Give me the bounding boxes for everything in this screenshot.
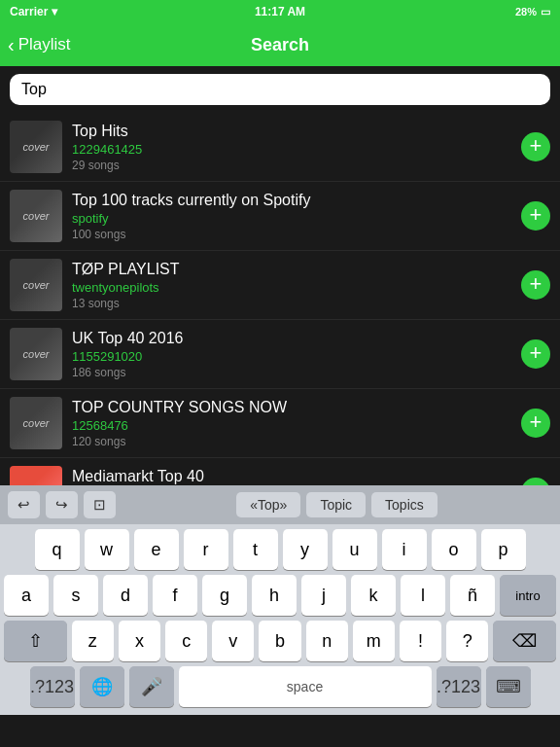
list-item[interactable]: cover Top 100 tracks currently on Spotif… xyxy=(0,182,560,251)
key-g[interactable]: g xyxy=(202,575,247,616)
keyboard-toolbar: ↩ ↪ ⊡ «Top» Topic Topics xyxy=(0,485,560,524)
key-z[interactable]: z xyxy=(72,621,114,661)
num-key-right[interactable]: .?123 xyxy=(437,666,481,707)
key-k[interactable]: k xyxy=(351,575,396,616)
key-l[interactable]: l xyxy=(401,575,445,616)
key-?[interactable]: ? xyxy=(446,621,488,661)
playlist-songs: 186 songs xyxy=(72,366,521,379)
playlist-user: 1229461425 xyxy=(72,142,521,157)
playlist-info: TØP PLAYLIST twentyonepilots 13 songs xyxy=(62,261,521,310)
key-w[interactable]: w xyxy=(85,529,129,570)
mic-key[interactable]: 🎤 xyxy=(129,666,174,707)
key-![interactable]: ! xyxy=(400,621,441,661)
key-r[interactable]: r xyxy=(184,529,228,570)
undo-button[interactable]: ↩ xyxy=(8,491,40,518)
key-n[interactable]: n xyxy=(306,621,348,661)
key-f[interactable]: f xyxy=(153,575,197,616)
playlist-name: TOP COUNTRY SONGS NOW xyxy=(72,399,521,416)
playlist-songs: 29 songs xyxy=(72,159,521,172)
cover-label: cover xyxy=(23,348,50,360)
num-key-left[interactable]: .?123 xyxy=(30,666,75,707)
status-right: 28% ▭ xyxy=(515,6,550,18)
battery-icon: ▭ xyxy=(541,6,550,18)
battery-label: 28% xyxy=(515,6,537,18)
playlist-info: Top 100 tracks currently on Spotify spot… xyxy=(62,192,521,241)
key-c[interactable]: c xyxy=(165,621,207,661)
intro-key[interactable]: intro xyxy=(500,575,556,616)
key-p[interactable]: p xyxy=(481,529,526,570)
key-y[interactable]: y xyxy=(283,529,328,570)
key-ñ[interactable]: ñ xyxy=(450,575,495,616)
playlist-user: spotify xyxy=(72,211,521,226)
playlist-user: twentyonepilots xyxy=(72,280,521,295)
key-h[interactable]: h xyxy=(252,575,297,616)
add-button[interactable]: + xyxy=(521,132,550,161)
playlist-user: 12568476 xyxy=(72,418,521,433)
shift-key[interactable]: ⇧ xyxy=(4,621,67,661)
key-x[interactable]: x xyxy=(119,621,160,661)
cover-thumbnail: cover xyxy=(10,190,62,242)
list-item[interactable]: cover TØP PLAYLIST twentyonepilots 13 so… xyxy=(0,251,560,320)
playlist-songs: 13 songs xyxy=(72,297,521,310)
playlist-name: TØP PLAYLIST xyxy=(72,261,521,278)
cover-label: cover xyxy=(23,210,50,222)
add-button[interactable]: + xyxy=(521,478,550,485)
space-key[interactable]: space xyxy=(179,666,432,707)
list-item[interactable]: cover UK Top 40 2016 1155291020 186 song… xyxy=(0,320,560,389)
plus-icon: + xyxy=(530,273,542,295)
back-label: Playlist xyxy=(18,35,71,54)
redo-button[interactable]: ↪ xyxy=(46,491,78,518)
key-j[interactable]: j xyxy=(301,575,346,616)
add-button[interactable]: + xyxy=(521,409,550,438)
playlist-info: Top Hits 1229461425 29 songs xyxy=(62,123,521,172)
plus-icon: + xyxy=(530,411,542,433)
key-i[interactable]: i xyxy=(382,529,427,570)
carrier-label: Carrier xyxy=(10,5,48,18)
keyboard-bottom-row: .?123 🌐 🎤 space .?123 ⌨ xyxy=(0,661,560,715)
playlist-list: cover Top Hits 1229461425 29 songs + cov… xyxy=(0,113,560,485)
key-m[interactable]: m xyxy=(353,621,395,661)
key-o[interactable]: o xyxy=(432,529,476,570)
status-left: Carrier ▾ xyxy=(10,5,57,18)
cover-label: cover xyxy=(23,141,50,153)
playlist-name: Top Hits xyxy=(72,123,521,140)
globe-key[interactable]: 🌐 xyxy=(80,666,124,707)
key-b[interactable]: b xyxy=(259,621,300,661)
keyboard-row-3: ⇧ zxcvbnm!?⌫ xyxy=(0,616,560,661)
list-item[interactable]: cover Top Hits 1229461425 29 songs + xyxy=(0,113,560,182)
key-v[interactable]: v xyxy=(212,621,254,661)
nav-title: Search xyxy=(251,35,309,55)
key-a[interactable]: a xyxy=(4,575,49,616)
word-suggestion-1[interactable]: «Top» xyxy=(236,492,300,517)
back-button[interactable]: ‹ Playlist xyxy=(8,35,71,54)
playlist-name: Top 100 tracks currently on Spotify xyxy=(72,192,521,209)
word-suggestion-3[interactable]: Topics xyxy=(371,492,438,517)
plus-icon: + xyxy=(530,204,542,226)
clipboard-button[interactable]: ⊡ xyxy=(84,491,116,518)
key-u[interactable]: u xyxy=(332,529,377,570)
add-button[interactable]: + xyxy=(521,270,550,300)
key-t[interactable]: t xyxy=(233,529,278,570)
playlist-user: 1155291020 xyxy=(72,349,521,364)
add-button[interactable]: + xyxy=(521,339,550,369)
add-button[interactable]: + xyxy=(521,201,550,231)
plus-icon: + xyxy=(530,342,542,364)
word-suggestion-2[interactable]: Topic xyxy=(306,492,366,517)
keyboard: qwertyuiop asdfghjklñintro ⇧ zxcvbnm!?⌫ … xyxy=(0,524,560,715)
playlist-name: Mediamarkt Top 40 xyxy=(72,468,521,485)
delete-key[interactable]: ⌫ xyxy=(493,621,556,661)
search-input[interactable] xyxy=(10,74,550,105)
list-item[interactable]: cover TOP COUNTRY SONGS NOW 12568476 120… xyxy=(0,389,560,458)
status-bar: Carrier ▾ 11:17 AM 28% ▭ xyxy=(0,0,560,23)
search-container xyxy=(0,66,560,113)
playlist-info: Mediamarkt Top 40 honkballer 41 songs xyxy=(62,468,521,486)
list-item[interactable]: cover Mediamarkt Top 40 honkballer 41 so… xyxy=(0,458,560,485)
keyboard-icon-key[interactable]: ⌨ xyxy=(486,666,531,707)
cover-thumbnail: cover xyxy=(10,259,62,311)
key-q[interactable]: q xyxy=(35,529,80,570)
cover-thumbnail: cover xyxy=(10,466,62,485)
key-e[interactable]: e xyxy=(134,529,179,570)
wifi-icon: ▾ xyxy=(52,5,57,18)
key-s[interactable]: s xyxy=(53,575,98,616)
key-d[interactable]: d xyxy=(103,575,148,616)
